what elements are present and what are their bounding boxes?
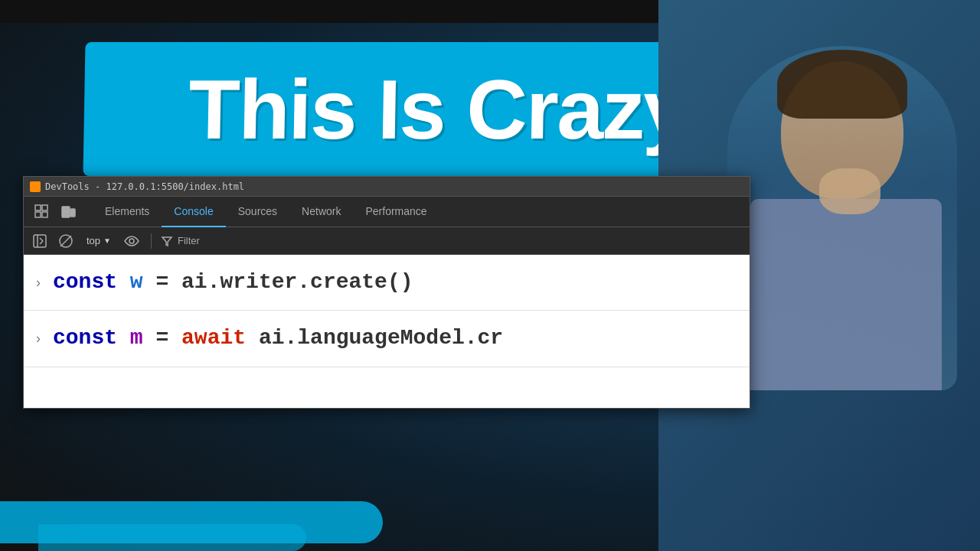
svg-rect-4 [62, 207, 70, 217]
var-m: m [130, 326, 143, 350]
tab-network[interactable]: Network [289, 197, 353, 227]
devtools-favicon [30, 181, 41, 192]
var-w: w [130, 270, 143, 294]
toolbar-divider [151, 233, 152, 249]
keyword-await: await [181, 326, 246, 350]
console-arrow-2: › [36, 331, 41, 347]
console-line-1: › const w = ai.writer.create() [24, 255, 750, 311]
keyword-const-2: const [53, 326, 117, 350]
devtools-tab-bar: Elements Console Sources Network Perform… [24, 197, 750, 227]
svg-line-9 [40, 241, 43, 244]
inspect-icon[interactable] [31, 201, 53, 223]
svg-line-8 [40, 238, 43, 241]
filter-icon [161, 235, 173, 247]
svg-rect-1 [35, 212, 41, 217]
devtools-toolbar-icons [27, 201, 83, 223]
svg-point-12 [129, 239, 134, 243]
tab-sources[interactable]: Sources [226, 197, 289, 227]
devtools-title-text: DevTools - 127.0.0.1:5500/index.html [45, 181, 244, 192]
svg-rect-6 [34, 235, 46, 247]
tab-elements[interactable]: Elements [93, 197, 162, 227]
filter-label[interactable]: Filter [178, 235, 200, 246]
console-content: › const w = ai.writer.create() › const m… [24, 255, 750, 408]
devtools-titlebar: DevTools - 127.0.0.1:5500/index.html [24, 177, 750, 197]
keyword-const-1: const [53, 270, 117, 294]
tab-console[interactable]: Console [162, 197, 225, 227]
chevron-down-icon: ▼ [103, 236, 111, 245]
svg-line-11 [60, 236, 71, 246]
console-line-2: › const m = await ai.languageModel.cr [24, 311, 750, 367]
console-code-1[interactable]: const w = ai.writer.create() [53, 269, 413, 296]
live-expressions-icon[interactable] [122, 231, 142, 251]
svg-rect-0 [35, 205, 41, 210]
filter-area: Filter [161, 235, 200, 247]
console-code-2[interactable]: const m = await ai.languageModel.cr [53, 324, 503, 352]
devtools-console-toolbar: top ▼ Filter [24, 227, 750, 255]
clear-console-icon[interactable] [56, 231, 76, 251]
banner-text: This Is Crazy! [188, 60, 715, 158]
svg-rect-2 [42, 205, 47, 210]
tab-performance[interactable]: Performance [353, 197, 439, 227]
svg-rect-5 [70, 209, 75, 217]
device-toggle-icon[interactable] [57, 201, 79, 223]
console-arrow-1: › [36, 275, 41, 291]
brush-stroke-2 [38, 524, 306, 551]
sidebar-toggle-icon[interactable] [30, 231, 50, 251]
context-dropdown[interactable]: top ▼ [82, 233, 116, 248]
brush-strokes [0, 490, 980, 551]
svg-rect-3 [42, 212, 47, 217]
devtools-window: DevTools - 127.0.0.1:5500/index.html [23, 176, 750, 409]
